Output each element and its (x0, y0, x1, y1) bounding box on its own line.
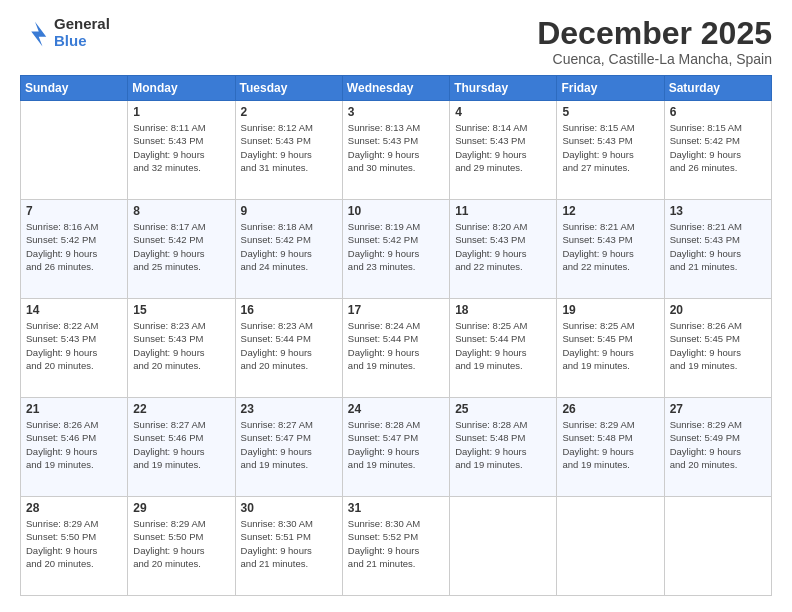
day-number: 18 (455, 303, 551, 317)
cell-info: Sunrise: 8:29 AMSunset: 5:48 PMDaylight:… (562, 418, 658, 471)
table-row: 27Sunrise: 8:29 AMSunset: 5:49 PMDayligh… (664, 398, 771, 497)
header-saturday: Saturday (664, 76, 771, 101)
cell-info: Sunrise: 8:30 AMSunset: 5:52 PMDaylight:… (348, 517, 444, 570)
day-number: 22 (133, 402, 229, 416)
cell-info: Sunrise: 8:28 AMSunset: 5:48 PMDaylight:… (455, 418, 551, 471)
table-row: 12Sunrise: 8:21 AMSunset: 5:43 PMDayligh… (557, 200, 664, 299)
day-number: 3 (348, 105, 444, 119)
cell-info: Sunrise: 8:16 AMSunset: 5:42 PMDaylight:… (26, 220, 122, 273)
cell-info: Sunrise: 8:22 AMSunset: 5:43 PMDaylight:… (26, 319, 122, 372)
table-row: 14Sunrise: 8:22 AMSunset: 5:43 PMDayligh… (21, 299, 128, 398)
table-row: 5Sunrise: 8:15 AMSunset: 5:43 PMDaylight… (557, 101, 664, 200)
table-row: 9Sunrise: 8:18 AMSunset: 5:42 PMDaylight… (235, 200, 342, 299)
cell-info: Sunrise: 8:19 AMSunset: 5:42 PMDaylight:… (348, 220, 444, 273)
calendar-week-row: 28Sunrise: 8:29 AMSunset: 5:50 PMDayligh… (21, 497, 772, 596)
cell-info: Sunrise: 8:18 AMSunset: 5:42 PMDaylight:… (241, 220, 337, 273)
header-tuesday: Tuesday (235, 76, 342, 101)
day-number: 23 (241, 402, 337, 416)
day-number: 17 (348, 303, 444, 317)
cell-info: Sunrise: 8:21 AMSunset: 5:43 PMDaylight:… (670, 220, 766, 273)
calendar-week-row: 21Sunrise: 8:26 AMSunset: 5:46 PMDayligh… (21, 398, 772, 497)
table-row: 17Sunrise: 8:24 AMSunset: 5:44 PMDayligh… (342, 299, 449, 398)
day-number: 29 (133, 501, 229, 515)
day-number: 5 (562, 105, 658, 119)
day-number: 15 (133, 303, 229, 317)
cell-info: Sunrise: 8:29 AMSunset: 5:50 PMDaylight:… (26, 517, 122, 570)
day-number: 6 (670, 105, 766, 119)
table-row: 6Sunrise: 8:15 AMSunset: 5:42 PMDaylight… (664, 101, 771, 200)
day-number: 25 (455, 402, 551, 416)
calendar-week-row: 14Sunrise: 8:22 AMSunset: 5:43 PMDayligh… (21, 299, 772, 398)
cell-info: Sunrise: 8:21 AMSunset: 5:43 PMDaylight:… (562, 220, 658, 273)
table-row: 21Sunrise: 8:26 AMSunset: 5:46 PMDayligh… (21, 398, 128, 497)
cell-info: Sunrise: 8:15 AMSunset: 5:43 PMDaylight:… (562, 121, 658, 174)
cell-info: Sunrise: 8:25 AMSunset: 5:44 PMDaylight:… (455, 319, 551, 372)
table-row: 1Sunrise: 8:11 AMSunset: 5:43 PMDaylight… (128, 101, 235, 200)
logo-text: General Blue (54, 16, 110, 49)
day-number: 10 (348, 204, 444, 218)
cell-info: Sunrise: 8:25 AMSunset: 5:45 PMDaylight:… (562, 319, 658, 372)
cell-info: Sunrise: 8:12 AMSunset: 5:43 PMDaylight:… (241, 121, 337, 174)
cell-info: Sunrise: 8:27 AMSunset: 5:47 PMDaylight:… (241, 418, 337, 471)
table-row (664, 497, 771, 596)
day-number: 13 (670, 204, 766, 218)
table-row: 11Sunrise: 8:20 AMSunset: 5:43 PMDayligh… (450, 200, 557, 299)
table-row (450, 497, 557, 596)
table-row: 7Sunrise: 8:16 AMSunset: 5:42 PMDaylight… (21, 200, 128, 299)
cell-info: Sunrise: 8:14 AMSunset: 5:43 PMDaylight:… (455, 121, 551, 174)
table-row (557, 497, 664, 596)
table-row: 15Sunrise: 8:23 AMSunset: 5:43 PMDayligh… (128, 299, 235, 398)
cell-info: Sunrise: 8:13 AMSunset: 5:43 PMDaylight:… (348, 121, 444, 174)
table-row: 26Sunrise: 8:29 AMSunset: 5:48 PMDayligh… (557, 398, 664, 497)
svg-marker-0 (31, 21, 46, 46)
cell-info: Sunrise: 8:15 AMSunset: 5:42 PMDaylight:… (670, 121, 766, 174)
table-row: 3Sunrise: 8:13 AMSunset: 5:43 PMDaylight… (342, 101, 449, 200)
cell-info: Sunrise: 8:26 AMSunset: 5:46 PMDaylight:… (26, 418, 122, 471)
table-row: 31Sunrise: 8:30 AMSunset: 5:52 PMDayligh… (342, 497, 449, 596)
cell-info: Sunrise: 8:11 AMSunset: 5:43 PMDaylight:… (133, 121, 229, 174)
calendar-week-row: 1Sunrise: 8:11 AMSunset: 5:43 PMDaylight… (21, 101, 772, 200)
cell-info: Sunrise: 8:27 AMSunset: 5:46 PMDaylight:… (133, 418, 229, 471)
day-number: 7 (26, 204, 122, 218)
table-row: 13Sunrise: 8:21 AMSunset: 5:43 PMDayligh… (664, 200, 771, 299)
table-row: 28Sunrise: 8:29 AMSunset: 5:50 PMDayligh… (21, 497, 128, 596)
cell-info: Sunrise: 8:29 AMSunset: 5:50 PMDaylight:… (133, 517, 229, 570)
calendar-table: Sunday Monday Tuesday Wednesday Thursday… (20, 75, 772, 596)
subtitle: Cuenca, Castille-La Mancha, Spain (537, 51, 772, 67)
day-number: 27 (670, 402, 766, 416)
day-number: 12 (562, 204, 658, 218)
logo: General Blue (20, 16, 110, 49)
cell-info: Sunrise: 8:17 AMSunset: 5:42 PMDaylight:… (133, 220, 229, 273)
table-row: 23Sunrise: 8:27 AMSunset: 5:47 PMDayligh… (235, 398, 342, 497)
table-row: 22Sunrise: 8:27 AMSunset: 5:46 PMDayligh… (128, 398, 235, 497)
day-number: 14 (26, 303, 122, 317)
cell-info: Sunrise: 8:29 AMSunset: 5:49 PMDaylight:… (670, 418, 766, 471)
day-number: 9 (241, 204, 337, 218)
title-area: December 2025 Cuenca, Castille-La Mancha… (537, 16, 772, 67)
cell-info: Sunrise: 8:30 AMSunset: 5:51 PMDaylight:… (241, 517, 337, 570)
cell-info: Sunrise: 8:26 AMSunset: 5:45 PMDaylight:… (670, 319, 766, 372)
calendar-week-row: 7Sunrise: 8:16 AMSunset: 5:42 PMDaylight… (21, 200, 772, 299)
day-number: 1 (133, 105, 229, 119)
table-row: 19Sunrise: 8:25 AMSunset: 5:45 PMDayligh… (557, 299, 664, 398)
table-row: 18Sunrise: 8:25 AMSunset: 5:44 PMDayligh… (450, 299, 557, 398)
month-title: December 2025 (537, 16, 772, 51)
logo-blue: Blue (54, 33, 110, 50)
day-number: 16 (241, 303, 337, 317)
cell-info: Sunrise: 8:24 AMSunset: 5:44 PMDaylight:… (348, 319, 444, 372)
calendar-header-row: Sunday Monday Tuesday Wednesday Thursday… (21, 76, 772, 101)
table-row: 8Sunrise: 8:17 AMSunset: 5:42 PMDaylight… (128, 200, 235, 299)
table-row: 2Sunrise: 8:12 AMSunset: 5:43 PMDaylight… (235, 101, 342, 200)
day-number: 28 (26, 501, 122, 515)
table-row: 29Sunrise: 8:29 AMSunset: 5:50 PMDayligh… (128, 497, 235, 596)
table-row: 10Sunrise: 8:19 AMSunset: 5:42 PMDayligh… (342, 200, 449, 299)
header-monday: Monday (128, 76, 235, 101)
day-number: 2 (241, 105, 337, 119)
table-row: 25Sunrise: 8:28 AMSunset: 5:48 PMDayligh… (450, 398, 557, 497)
day-number: 4 (455, 105, 551, 119)
day-number: 8 (133, 204, 229, 218)
header-thursday: Thursday (450, 76, 557, 101)
table-row (21, 101, 128, 200)
cell-info: Sunrise: 8:23 AMSunset: 5:44 PMDaylight:… (241, 319, 337, 372)
day-number: 31 (348, 501, 444, 515)
